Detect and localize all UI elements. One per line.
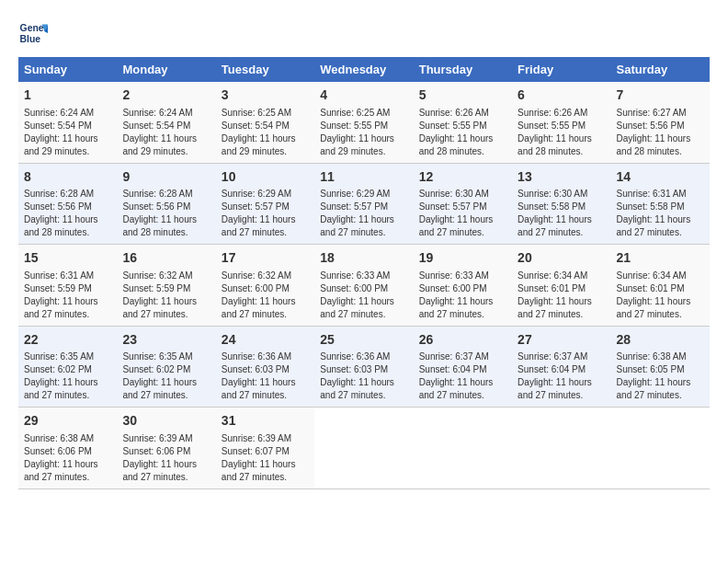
day-cell: 14Sunrise: 6:31 AMSunset: 5:58 PMDayligh… — [611, 163, 710, 245]
calendar-table: SundayMondayTuesdayWednesdayThursdayFrid… — [18, 57, 710, 489]
day-cell: 6Sunrise: 6:26 AMSunset: 5:55 PMDaylight… — [512, 82, 610, 163]
day-number: 25 — [320, 331, 407, 350]
day-detail: Sunrise: 6:24 AMSunset: 5:54 PMDaylight:… — [24, 107, 111, 158]
day-cell: 22Sunrise: 6:35 AMSunset: 6:02 PMDayligh… — [18, 326, 117, 408]
day-cell: 16Sunrise: 6:32 AMSunset: 5:59 PMDayligh… — [117, 245, 215, 327]
day-header-tuesday: Tuesday — [216, 57, 314, 82]
logo-icon: General Blue — [18, 18, 48, 48]
day-number: 18 — [320, 249, 407, 268]
day-cell: 1Sunrise: 6:24 AMSunset: 5:54 PMDaylight… — [18, 82, 117, 163]
week-row-1: 1Sunrise: 6:24 AMSunset: 5:54 PMDaylight… — [18, 82, 710, 163]
day-detail: Sunrise: 6:35 AMSunset: 6:02 PMDaylight:… — [24, 350, 111, 402]
day-cell: 28Sunrise: 6:38 AMSunset: 6:05 PMDayligh… — [611, 326, 710, 408]
day-cell: 18Sunrise: 6:33 AMSunset: 6:00 PMDayligh… — [314, 245, 413, 327]
day-cell: 26Sunrise: 6:37 AMSunset: 6:04 PMDayligh… — [414, 326, 512, 408]
day-header-wednesday: Wednesday — [314, 57, 413, 82]
day-number: 23 — [122, 331, 210, 350]
day-cell: 27Sunrise: 6:37 AMSunset: 6:04 PMDayligh… — [512, 326, 610, 408]
day-header-sunday: Sunday — [18, 57, 117, 82]
day-cell: 4Sunrise: 6:25 AMSunset: 5:55 PMDaylight… — [314, 82, 413, 163]
day-number: 30 — [122, 412, 210, 431]
day-detail: Sunrise: 6:30 AMSunset: 5:57 PMDaylight:… — [419, 188, 506, 239]
day-cell: 2Sunrise: 6:24 AMSunset: 5:54 PMDaylight… — [117, 82, 215, 163]
day-number: 20 — [518, 249, 605, 268]
day-detail: Sunrise: 6:28 AMSunset: 5:56 PMDaylight:… — [24, 188, 111, 239]
day-detail: Sunrise: 6:26 AMSunset: 5:55 PMDaylight:… — [518, 107, 605, 158]
day-cell: 31Sunrise: 6:39 AMSunset: 6:07 PMDayligh… — [216, 408, 314, 489]
day-number: 8 — [24, 168, 111, 187]
logo: General Blue — [18, 18, 48, 48]
day-cell: 30Sunrise: 6:39 AMSunset: 6:06 PMDayligh… — [117, 408, 215, 489]
svg-text:Blue: Blue — [20, 34, 41, 44]
day-detail: Sunrise: 6:29 AMSunset: 5:57 PMDaylight:… — [320, 188, 407, 239]
day-number: 27 — [518, 331, 605, 350]
day-cell: 5Sunrise: 6:26 AMSunset: 5:55 PMDaylight… — [414, 82, 512, 163]
day-number: 14 — [617, 168, 704, 187]
day-cell: 25Sunrise: 6:36 AMSunset: 6:03 PMDayligh… — [314, 326, 413, 408]
day-detail: Sunrise: 6:31 AMSunset: 5:58 PMDaylight:… — [617, 188, 704, 239]
day-cell: 19Sunrise: 6:33 AMSunset: 6:00 PMDayligh… — [414, 245, 512, 327]
day-detail: Sunrise: 6:34 AMSunset: 6:01 PMDaylight:… — [518, 270, 605, 321]
day-detail: Sunrise: 6:39 AMSunset: 6:06 PMDaylight:… — [122, 432, 210, 484]
day-header-monday: Monday — [117, 57, 215, 82]
day-number: 31 — [222, 412, 309, 431]
day-cell: 10Sunrise: 6:29 AMSunset: 5:57 PMDayligh… — [216, 163, 314, 245]
day-cell: 20Sunrise: 6:34 AMSunset: 6:01 PMDayligh… — [512, 245, 610, 327]
day-number: 26 — [419, 331, 506, 350]
day-detail: Sunrise: 6:28 AMSunset: 5:56 PMDaylight:… — [122, 188, 210, 239]
day-cell: 15Sunrise: 6:31 AMSunset: 5:59 PMDayligh… — [18, 245, 117, 327]
week-row-3: 15Sunrise: 6:31 AMSunset: 5:59 PMDayligh… — [18, 245, 710, 327]
day-cell: 13Sunrise: 6:30 AMSunset: 5:58 PMDayligh… — [512, 163, 610, 245]
day-number: 22 — [24, 331, 111, 350]
week-row-4: 22Sunrise: 6:35 AMSunset: 6:02 PMDayligh… — [18, 326, 710, 408]
day-cell: 12Sunrise: 6:30 AMSunset: 5:57 PMDayligh… — [414, 163, 512, 245]
day-number: 10 — [222, 168, 309, 187]
day-detail: Sunrise: 6:26 AMSunset: 5:55 PMDaylight:… — [419, 107, 506, 158]
day-number: 5 — [419, 86, 506, 105]
day-number: 16 — [122, 249, 210, 268]
day-number: 17 — [222, 249, 309, 268]
day-detail: Sunrise: 6:25 AMSunset: 5:55 PMDaylight:… — [320, 107, 407, 158]
day-number: 13 — [518, 168, 605, 187]
day-detail: Sunrise: 6:36 AMSunset: 6:03 PMDaylight:… — [320, 350, 407, 402]
day-detail: Sunrise: 6:30 AMSunset: 5:58 PMDaylight:… — [518, 188, 605, 239]
day-number: 1 — [24, 86, 111, 105]
day-cell: 11Sunrise: 6:29 AMSunset: 5:57 PMDayligh… — [314, 163, 413, 245]
day-number: 9 — [122, 168, 210, 187]
week-row-5: 29Sunrise: 6:38 AMSunset: 6:06 PMDayligh… — [18, 408, 710, 489]
header-row: SundayMondayTuesdayWednesdayThursdayFrid… — [18, 57, 710, 82]
day-detail: Sunrise: 6:35 AMSunset: 6:02 PMDaylight:… — [122, 350, 210, 402]
day-cell: 29Sunrise: 6:38 AMSunset: 6:06 PMDayligh… — [18, 408, 117, 489]
day-number: 3 — [222, 86, 309, 105]
day-detail: Sunrise: 6:32 AMSunset: 6:00 PMDaylight:… — [222, 270, 309, 321]
day-detail: Sunrise: 6:38 AMSunset: 6:06 PMDaylight:… — [24, 432, 111, 484]
day-cell: 17Sunrise: 6:32 AMSunset: 6:00 PMDayligh… — [216, 245, 314, 327]
day-cell — [414, 408, 512, 489]
day-number: 29 — [24, 412, 111, 431]
day-detail: Sunrise: 6:39 AMSunset: 6:07 PMDaylight:… — [222, 432, 309, 484]
day-number: 2 — [122, 86, 210, 105]
day-number: 19 — [419, 249, 506, 268]
day-header-saturday: Saturday — [611, 57, 710, 82]
day-number: 11 — [320, 168, 407, 187]
page-header: General Blue — [18, 18, 710, 48]
day-detail: Sunrise: 6:27 AMSunset: 5:56 PMDaylight:… — [617, 107, 704, 158]
day-cell — [314, 408, 413, 489]
day-number: 24 — [222, 331, 309, 350]
day-detail: Sunrise: 6:33 AMSunset: 6:00 PMDaylight:… — [320, 270, 407, 321]
day-detail: Sunrise: 6:36 AMSunset: 6:03 PMDaylight:… — [222, 350, 309, 402]
week-row-2: 8Sunrise: 6:28 AMSunset: 5:56 PMDaylight… — [18, 163, 710, 245]
day-number: 7 — [617, 86, 704, 105]
day-number: 15 — [24, 249, 111, 268]
day-detail: Sunrise: 6:31 AMSunset: 5:59 PMDaylight:… — [24, 270, 111, 321]
day-number: 4 — [320, 86, 407, 105]
day-cell — [512, 408, 610, 489]
day-detail: Sunrise: 6:37 AMSunset: 6:04 PMDaylight:… — [419, 350, 506, 402]
day-number: 6 — [518, 86, 605, 105]
day-cell: 9Sunrise: 6:28 AMSunset: 5:56 PMDaylight… — [117, 163, 215, 245]
day-detail: Sunrise: 6:32 AMSunset: 5:59 PMDaylight:… — [122, 270, 210, 321]
day-detail: Sunrise: 6:33 AMSunset: 6:00 PMDaylight:… — [419, 270, 506, 321]
day-number: 28 — [617, 331, 704, 350]
day-cell: 3Sunrise: 6:25 AMSunset: 5:54 PMDaylight… — [216, 82, 314, 163]
day-cell: 7Sunrise: 6:27 AMSunset: 5:56 PMDaylight… — [611, 82, 710, 163]
